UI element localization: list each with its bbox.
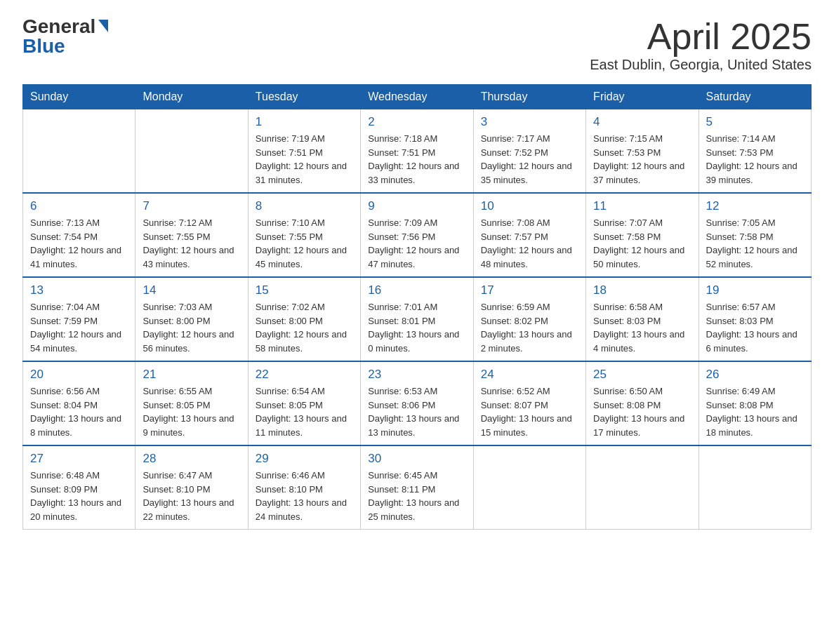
- calendar-week-row: 13Sunrise: 7:04 AMSunset: 7:59 PMDayligh…: [23, 277, 812, 361]
- calendar-cell: 1Sunrise: 7:19 AMSunset: 7:51 PMDaylight…: [248, 109, 360, 194]
- logo-blue-text: Blue: [22, 36, 65, 56]
- day-info: Sunrise: 7:01 AMSunset: 8:01 PMDaylight:…: [368, 300, 465, 355]
- logo-triangle-icon: [98, 20, 108, 32]
- calendar-cell: 14Sunrise: 7:03 AMSunset: 8:00 PMDayligh…: [135, 277, 248, 361]
- day-info: Sunrise: 7:15 AMSunset: 7:53 PMDaylight:…: [593, 132, 691, 187]
- title-block: April 2025 East Dublin, Georgia, United …: [590, 17, 812, 73]
- day-number: 20: [30, 368, 128, 382]
- calendar-cell: 23Sunrise: 6:53 AMSunset: 8:06 PMDayligh…: [361, 361, 473, 445]
- day-number: 27: [30, 452, 128, 466]
- calendar-cell: 6Sunrise: 7:13 AMSunset: 7:54 PMDaylight…: [23, 193, 135, 277]
- calendar-cell: 16Sunrise: 7:01 AMSunset: 8:01 PMDayligh…: [361, 277, 473, 361]
- day-info: Sunrise: 6:48 AMSunset: 8:09 PMDaylight:…: [30, 469, 128, 523]
- day-number: 14: [143, 283, 240, 297]
- calendar-cell: 24Sunrise: 6:52 AMSunset: 8:07 PMDayligh…: [473, 361, 585, 445]
- day-info: Sunrise: 6:52 AMSunset: 8:07 PMDaylight:…: [481, 384, 578, 439]
- day-number: 28: [143, 452, 240, 466]
- day-info: Sunrise: 6:54 AMSunset: 8:05 PMDaylight:…: [256, 384, 353, 439]
- calendar-cell: 29Sunrise: 6:46 AMSunset: 8:10 PMDayligh…: [248, 445, 360, 530]
- day-number: 15: [256, 283, 353, 297]
- day-number: 24: [481, 368, 578, 382]
- calendar-cell: 4Sunrise: 7:15 AMSunset: 7:53 PMDaylight…: [586, 109, 699, 194]
- day-info: Sunrise: 7:02 AMSunset: 8:00 PMDaylight:…: [256, 300, 353, 355]
- day-number: 19: [706, 283, 804, 297]
- day-info: Sunrise: 6:50 AMSunset: 8:08 PMDaylight:…: [593, 384, 691, 439]
- day-info: Sunrise: 7:07 AMSunset: 7:58 PMDaylight:…: [593, 216, 691, 271]
- calendar-cell: 3Sunrise: 7:17 AMSunset: 7:52 PMDaylight…: [473, 109, 585, 194]
- day-number: 30: [368, 452, 465, 466]
- day-number: 2: [368, 115, 465, 129]
- logo: General Blue: [22, 17, 108, 56]
- day-info: Sunrise: 7:09 AMSunset: 7:56 PMDaylight:…: [368, 216, 465, 271]
- calendar-cell: 7Sunrise: 7:12 AMSunset: 7:55 PMDaylight…: [135, 193, 248, 277]
- calendar-cell: 8Sunrise: 7:10 AMSunset: 7:55 PMDaylight…: [248, 193, 360, 277]
- day-number: 11: [593, 199, 691, 213]
- calendar-cell: 2Sunrise: 7:18 AMSunset: 7:51 PMDaylight…: [361, 109, 473, 194]
- calendar-week-row: 1Sunrise: 7:19 AMSunset: 7:51 PMDaylight…: [23, 109, 812, 194]
- page-header: General Blue April 2025 East Dublin, Geo…: [22, 17, 812, 73]
- day-info: Sunrise: 6:49 AMSunset: 8:08 PMDaylight:…: [706, 384, 804, 439]
- day-number: 22: [256, 368, 353, 382]
- day-info: Sunrise: 7:14 AMSunset: 7:53 PMDaylight:…: [706, 132, 804, 187]
- calendar-cell: 18Sunrise: 6:58 AMSunset: 8:03 PMDayligh…: [586, 277, 699, 361]
- day-info: Sunrise: 6:47 AMSunset: 8:10 PMDaylight:…: [143, 469, 240, 523]
- day-info: Sunrise: 7:17 AMSunset: 7:52 PMDaylight:…: [481, 132, 578, 187]
- day-info: Sunrise: 6:45 AMSunset: 8:11 PMDaylight:…: [368, 469, 465, 523]
- calendar-cell: 19Sunrise: 6:57 AMSunset: 8:03 PMDayligh…: [699, 277, 811, 361]
- calendar-header-friday: Friday: [586, 85, 699, 109]
- page-subtitle: East Dublin, Georgia, United States: [590, 57, 812, 73]
- day-number: 21: [143, 368, 240, 382]
- day-number: 4: [593, 115, 691, 129]
- day-info: Sunrise: 7:18 AMSunset: 7:51 PMDaylight:…: [368, 132, 465, 187]
- day-info: Sunrise: 6:53 AMSunset: 8:06 PMDaylight:…: [368, 384, 465, 439]
- day-info: Sunrise: 7:04 AMSunset: 7:59 PMDaylight:…: [30, 300, 128, 355]
- calendar-header-sunday: Sunday: [23, 85, 135, 109]
- day-number: 8: [256, 199, 353, 213]
- calendar-table: SundayMondayTuesdayWednesdayThursdayFrid…: [22, 84, 812, 530]
- calendar-cell: 25Sunrise: 6:50 AMSunset: 8:08 PMDayligh…: [586, 361, 699, 445]
- calendar-header-thursday: Thursday: [473, 85, 585, 109]
- day-number: 9: [368, 199, 465, 213]
- day-info: Sunrise: 6:55 AMSunset: 8:05 PMDaylight:…: [143, 384, 240, 439]
- calendar-cell: 15Sunrise: 7:02 AMSunset: 8:00 PMDayligh…: [248, 277, 360, 361]
- day-number: 12: [706, 199, 804, 213]
- day-info: Sunrise: 6:56 AMSunset: 8:04 PMDaylight:…: [30, 384, 128, 439]
- calendar-cell: 27Sunrise: 6:48 AMSunset: 8:09 PMDayligh…: [23, 445, 135, 530]
- calendar-cell: [473, 445, 585, 530]
- calendar-cell: [135, 109, 248, 194]
- day-number: 29: [256, 452, 353, 466]
- day-number: 26: [706, 368, 804, 382]
- calendar-week-row: 20Sunrise: 6:56 AMSunset: 8:04 PMDayligh…: [23, 361, 812, 445]
- page-title: April 2025: [590, 17, 812, 57]
- calendar-cell: 9Sunrise: 7:09 AMSunset: 7:56 PMDaylight…: [361, 193, 473, 277]
- day-info: Sunrise: 6:46 AMSunset: 8:10 PMDaylight:…: [256, 469, 353, 523]
- day-number: 6: [30, 199, 128, 213]
- day-number: 10: [481, 199, 578, 213]
- calendar-cell: 17Sunrise: 6:59 AMSunset: 8:02 PMDayligh…: [473, 277, 585, 361]
- calendar-week-row: 27Sunrise: 6:48 AMSunset: 8:09 PMDayligh…: [23, 445, 812, 530]
- day-info: Sunrise: 7:03 AMSunset: 8:00 PMDaylight:…: [143, 300, 240, 355]
- day-number: 5: [706, 115, 804, 129]
- day-info: Sunrise: 7:19 AMSunset: 7:51 PMDaylight:…: [256, 132, 353, 187]
- day-number: 23: [368, 368, 465, 382]
- day-info: Sunrise: 6:59 AMSunset: 8:02 PMDaylight:…: [481, 300, 578, 355]
- day-number: 25: [593, 368, 691, 382]
- day-info: Sunrise: 6:57 AMSunset: 8:03 PMDaylight:…: [706, 300, 804, 355]
- calendar-header-wednesday: Wednesday: [361, 85, 473, 109]
- calendar-cell: 13Sunrise: 7:04 AMSunset: 7:59 PMDayligh…: [23, 277, 135, 361]
- day-info: Sunrise: 7:08 AMSunset: 7:57 PMDaylight:…: [481, 216, 578, 271]
- calendar-cell: 22Sunrise: 6:54 AMSunset: 8:05 PMDayligh…: [248, 361, 360, 445]
- day-number: 1: [256, 115, 353, 129]
- day-number: 16: [368, 283, 465, 297]
- calendar-cell: 30Sunrise: 6:45 AMSunset: 8:11 PMDayligh…: [361, 445, 473, 530]
- calendar-cell: 20Sunrise: 6:56 AMSunset: 8:04 PMDayligh…: [23, 361, 135, 445]
- logo-general-text: General: [22, 17, 95, 36]
- calendar-header-tuesday: Tuesday: [248, 85, 360, 109]
- calendar-cell: 12Sunrise: 7:05 AMSunset: 7:58 PMDayligh…: [699, 193, 811, 277]
- day-info: Sunrise: 7:12 AMSunset: 7:55 PMDaylight:…: [143, 216, 240, 271]
- day-info: Sunrise: 6:58 AMSunset: 8:03 PMDaylight:…: [593, 300, 691, 355]
- day-number: 7: [143, 199, 240, 213]
- calendar-cell: 26Sunrise: 6:49 AMSunset: 8:08 PMDayligh…: [699, 361, 811, 445]
- calendar-cell: 10Sunrise: 7:08 AMSunset: 7:57 PMDayligh…: [473, 193, 585, 277]
- calendar-week-row: 6Sunrise: 7:13 AMSunset: 7:54 PMDaylight…: [23, 193, 812, 277]
